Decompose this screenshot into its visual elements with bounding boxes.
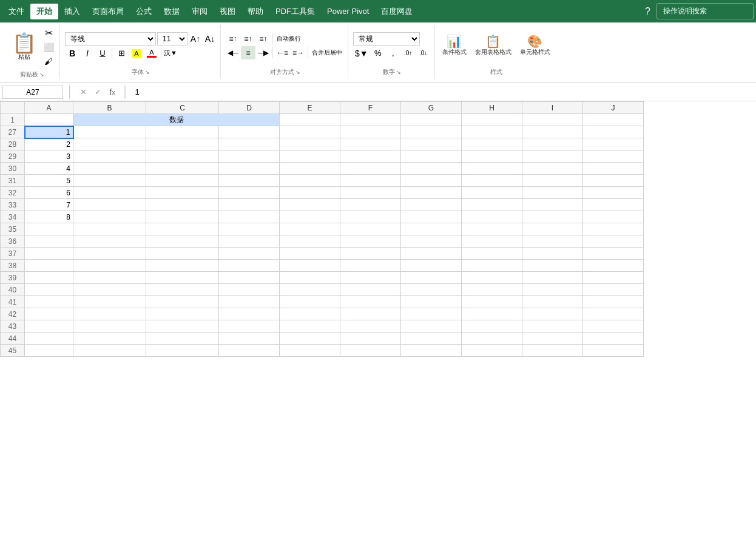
cell-H45[interactable] (462, 345, 522, 357)
cell-C42[interactable] (146, 308, 219, 320)
cell-J36[interactable] (583, 235, 644, 248)
cell-D37[interactable] (219, 248, 280, 260)
cell-F40[interactable] (340, 284, 401, 296)
col-header-G[interactable]: G (401, 102, 462, 114)
cell-F27[interactable] (340, 126, 401, 138)
cell-F29[interactable] (340, 150, 401, 163)
cell-I39[interactable] (522, 272, 583, 284)
cell-D29[interactable] (219, 150, 280, 163)
cell-F32[interactable] (340, 187, 401, 199)
cell-G30[interactable] (401, 163, 462, 175)
cell-E42[interactable] (280, 308, 340, 320)
cell-G36[interactable] (401, 235, 462, 248)
cell-E28[interactable] (280, 138, 340, 150)
cell-H28[interactable] (462, 138, 522, 150)
comma-button[interactable]: , (386, 47, 400, 60)
cell-E33[interactable] (280, 199, 340, 211)
cell-E40[interactable] (280, 284, 340, 296)
cell-B38[interactable] (73, 260, 146, 272)
cell-B44[interactable] (73, 333, 146, 345)
cell-D36[interactable] (219, 235, 280, 248)
underline-button[interactable]: U (95, 47, 110, 60)
cell-H29[interactable] (462, 150, 522, 163)
font-size-decrease-button[interactable]: A↓ (203, 32, 217, 46)
cell-A40[interactable] (25, 284, 73, 296)
accounting-format-button[interactable]: $▼ (353, 47, 370, 60)
menu-baidu[interactable]: 百度网盘 (375, 4, 419, 19)
menu-view[interactable]: 视图 (214, 4, 241, 19)
cell-F31[interactable] (340, 175, 401, 187)
cell-reference-input[interactable] (2, 86, 63, 99)
cell-G35[interactable] (401, 223, 462, 235)
cell-G38[interactable] (401, 260, 462, 272)
cell-D43[interactable] (219, 320, 280, 333)
cell-C28[interactable] (146, 138, 219, 150)
percent-button[interactable]: % (371, 47, 385, 60)
cell-J45[interactable] (583, 345, 644, 357)
fill-color-button[interactable]: A (129, 47, 144, 60)
cell-B31[interactable] (73, 175, 146, 187)
col-header-I[interactable]: I (522, 102, 583, 114)
cell-F41[interactable] (340, 296, 401, 308)
number-expand-icon[interactable]: ↘ (396, 69, 401, 75)
cell-J30[interactable] (583, 163, 644, 175)
menu-file[interactable]: 文件 (2, 4, 30, 19)
cell-E29[interactable] (280, 150, 340, 163)
cell-C43[interactable] (146, 320, 219, 333)
cell-J35[interactable] (583, 223, 644, 235)
cell-E30[interactable] (280, 163, 340, 175)
menu-home[interactable]: 开始 (30, 4, 58, 19)
cell-E39[interactable] (280, 272, 340, 284)
cell-C35[interactable] (146, 223, 219, 235)
formula-confirm-button[interactable]: ✓ (92, 86, 104, 98)
cell-G32[interactable] (401, 187, 462, 199)
cell-H40[interactable] (462, 284, 522, 296)
cell-I31[interactable] (522, 175, 583, 187)
cell-G39[interactable] (401, 272, 462, 284)
cell-A42[interactable] (25, 308, 73, 320)
cell-I28[interactable] (522, 138, 583, 150)
cell-C36[interactable] (146, 235, 219, 248)
cell-D45[interactable] (219, 345, 280, 357)
cell-G28[interactable] (401, 138, 462, 150)
cell-C32[interactable] (146, 187, 219, 199)
special-format-button[interactable]: 汉▼ (163, 47, 178, 60)
cell-I29[interactable] (522, 150, 583, 163)
conditional-format-button[interactable]: 📊 条件格式 (440, 34, 469, 58)
cell-D32[interactable] (219, 187, 280, 199)
cell-F36[interactable] (340, 235, 401, 248)
cell-I40[interactable] (522, 284, 583, 296)
cell-B27[interactable] (73, 126, 146, 138)
cell-H42[interactable] (462, 308, 522, 320)
cell-styles-button[interactable]: 🎨 单元格样式 (518, 34, 553, 58)
cell-D34[interactable] (219, 211, 280, 223)
cell-G29[interactable] (401, 150, 462, 163)
cell-I43[interactable] (522, 320, 583, 333)
cell-C37[interactable] (146, 248, 219, 260)
formula-function-button[interactable]: fx (106, 86, 118, 98)
col-header-H[interactable]: H (462, 102, 522, 114)
cell-A32[interactable]: 6 (25, 187, 73, 199)
col-header-D[interactable]: D (219, 102, 280, 114)
cell-A29[interactable]: 3 (25, 150, 73, 163)
cell-J27[interactable] (583, 126, 644, 138)
cell-H44[interactable] (462, 333, 522, 345)
increase-decimal-button[interactable]: .0↑ (401, 47, 416, 60)
col-header-F[interactable]: F (340, 102, 401, 114)
cell-B29[interactable] (73, 150, 146, 163)
cell-F1[interactable] (340, 114, 401, 126)
cell-J28[interactable] (583, 138, 644, 150)
cell-F43[interactable] (340, 320, 401, 333)
decrease-decimal-button[interactable]: .0↓ (416, 47, 431, 60)
cell-J37[interactable] (583, 248, 644, 260)
menu-help-icon[interactable]: ? (639, 4, 656, 19)
cell-A44[interactable] (25, 333, 73, 345)
cell-H32[interactable] (462, 187, 522, 199)
cell-F45[interactable] (340, 345, 401, 357)
cell-C29[interactable] (146, 150, 219, 163)
cell-I37[interactable] (522, 248, 583, 260)
cell-A43[interactable] (25, 320, 73, 333)
cell-A27[interactable]: 1 (25, 126, 73, 138)
menu-review[interactable]: 审阅 (186, 4, 214, 19)
cell-F30[interactable] (340, 163, 401, 175)
